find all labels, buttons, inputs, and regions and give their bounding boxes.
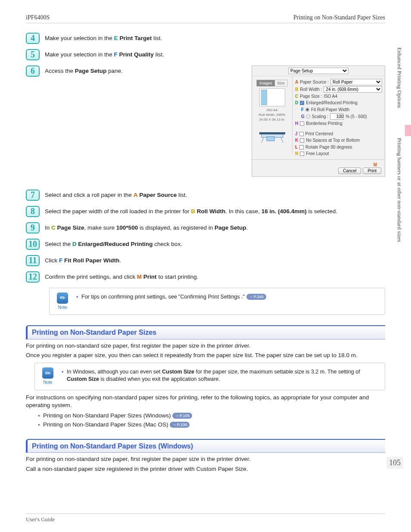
- step-number: 6: [26, 65, 40, 77]
- marker-b: B: [295, 87, 298, 93]
- svg-rect-4: [267, 137, 274, 141]
- print-centered-checkbox[interactable]: [299, 132, 304, 136]
- step-text: Select the D Enlarged/Reduced Printing c…: [45, 239, 385, 248]
- step-text: Click F Fit Roll Paper Width.: [45, 255, 385, 264]
- step-number: 7: [26, 190, 40, 201]
- cancel-button[interactable]: Cancel: [338, 168, 361, 174]
- page-ref-link[interactable]: P.105: [172, 413, 192, 419]
- step-text: Select and click a roll paper in the A P…: [45, 190, 385, 199]
- marker-h: H: [295, 121, 298, 127]
- header-right: Printing on Non-Standard Paper Sizes: [293, 14, 385, 22]
- step-text: Make your selection in the F Print Quali…: [45, 49, 385, 59]
- marker-k: K: [295, 137, 298, 143]
- step-text: Confirm the print settings, and click M …: [45, 271, 385, 281]
- note-icon: Note: [55, 292, 70, 311]
- marker-m: M: [374, 162, 377, 167]
- marker-d: D: [295, 100, 298, 106]
- sidebar-section: Printing banners or at other non-standar…: [395, 138, 403, 242]
- step-7: 7 Select and click a roll paper in the A…: [26, 190, 385, 201]
- note-content: For tips on confirming print settings, s…: [76, 292, 380, 302]
- body-text: For instructions on specifying non-stand…: [26, 394, 385, 409]
- step-4: 4 Make your selection in the E Print Tar…: [26, 33, 385, 44]
- step-number: 10: [26, 239, 40, 250]
- page-thumbnail: [259, 88, 285, 106]
- topic-links: Printing on Non-Standard Paper Sizes (Wi…: [38, 412, 385, 428]
- page-ref-link[interactable]: P.109: [170, 422, 190, 428]
- section-heading: Printing on Non-Standard Paper Sizes: [26, 325, 385, 339]
- svg-rect-1: [259, 132, 285, 134]
- scaling-radio[interactable]: [306, 115, 310, 118]
- page-header: iPF6400S Printing on Non-Standard Paper …: [26, 14, 385, 23]
- page-number: 105: [386, 457, 403, 469]
- body-text: Call a non-standard paper size registere…: [26, 465, 385, 473]
- marker-a: A: [134, 192, 138, 198]
- step-number: 8: [26, 206, 40, 217]
- dialog-preview-pane: ImagesSize ISO A4 Roll Width :295% 24.00…: [252, 76, 293, 154]
- no-spaces-checkbox[interactable]: [300, 138, 304, 143]
- list-item: Printing on Non-Standard Paper Sizes (Ma…: [38, 421, 385, 429]
- note-content: In Windows, although you can even set Cu…: [62, 367, 380, 384]
- printer-illustration: [257, 124, 287, 144]
- marker-g: G: [301, 114, 305, 120]
- free-layout-checkbox[interactable]: [300, 152, 304, 156]
- svg-line-2: [262, 137, 264, 143]
- marker-f: F: [301, 107, 304, 113]
- rotate-90-checkbox[interactable]: [299, 145, 304, 149]
- marker-f: F: [114, 51, 118, 58]
- page-size-value: ISO A4: [324, 93, 337, 100]
- step-12: 12 Confirm the print settings, and click…: [26, 271, 385, 283]
- list-item: Printing on Non-Standard Paper Sizes (Wi…: [38, 412, 385, 420]
- step-number: 5: [26, 49, 40, 60]
- roll-width-select[interactable]: 24 in. (609.6mm): [324, 86, 382, 93]
- marker-a: A: [295, 79, 298, 85]
- footer: User's Guide: [26, 513, 385, 523]
- step-number: 12: [26, 271, 40, 283]
- section-tab-marker: [405, 125, 411, 136]
- step-number: 9: [26, 222, 40, 233]
- page-setup-dialog: Page Setup ImagesSize ISO A4 Roll Width …: [252, 65, 385, 177]
- step-text: Select the paper width of the roll loade…: [45, 206, 385, 215]
- svg-line-3: [281, 137, 283, 143]
- sidebar-chapter: Enhanced Printing Options: [395, 47, 403, 108]
- enlarged-reduced-checkbox[interactable]: [300, 101, 304, 105]
- scaling-input[interactable]: [330, 113, 344, 120]
- body-text: Once you register a paper size, you then…: [26, 352, 385, 359]
- step-text: Make your selection in the E Print Targe…: [45, 33, 385, 42]
- marker-m: M: [137, 274, 142, 280]
- marker-e: E: [114, 35, 118, 41]
- print-button[interactable]: Print: [363, 168, 381, 174]
- step-number: 11: [26, 255, 40, 266]
- note-box: Note For tips on confirming print settin…: [49, 288, 385, 315]
- marker-c: C: [295, 93, 298, 100]
- step-10: 10 Select the D Enlarged/Reduced Printin…: [26, 239, 385, 250]
- step-number: 4: [26, 33, 40, 44]
- step-9: 9 In C Page Size, make sure 100*500 is d…: [26, 222, 385, 233]
- preview-tabs[interactable]: ImagesSize: [256, 80, 288, 87]
- note-icon: Note: [40, 367, 56, 386]
- body-text: For printing on non-standard size paper,…: [26, 342, 385, 350]
- fit-roll-width-radio[interactable]: [305, 108, 309, 112]
- step-5: 5 Make your selection in the F Print Qua…: [26, 49, 385, 60]
- note-box: Note In Windows, although you can even s…: [34, 363, 385, 390]
- pane-select[interactable]: Page Setup: [288, 68, 349, 74]
- step-8: 8 Select the paper width of the roll loa…: [26, 206, 385, 217]
- body-text: For printing on non-standard size paper,…: [26, 455, 385, 463]
- marker-c: C: [51, 224, 56, 231]
- marker-b: B: [191, 208, 195, 215]
- marker-l: L: [295, 144, 298, 150]
- marker-d: D: [72, 241, 77, 247]
- section-heading: Printing on Non-Standard Paper Sizes (Wi…: [26, 439, 385, 453]
- marker-f: F: [59, 257, 62, 264]
- borderless-checkbox[interactable]: [300, 121, 304, 126]
- marker-n: N: [295, 151, 298, 157]
- step-text: In C Page Size, make sure 100*500 is dis…: [45, 222, 385, 232]
- step-11: 11 Click F Fit Roll Paper Width.: [26, 255, 385, 266]
- paper-source-select[interactable]: Roll Paper: [330, 79, 382, 85]
- page-ref-link[interactable]: P.349: [246, 294, 266, 300]
- header-left: iPF6400S: [26, 14, 50, 22]
- marker-j: J: [295, 131, 298, 137]
